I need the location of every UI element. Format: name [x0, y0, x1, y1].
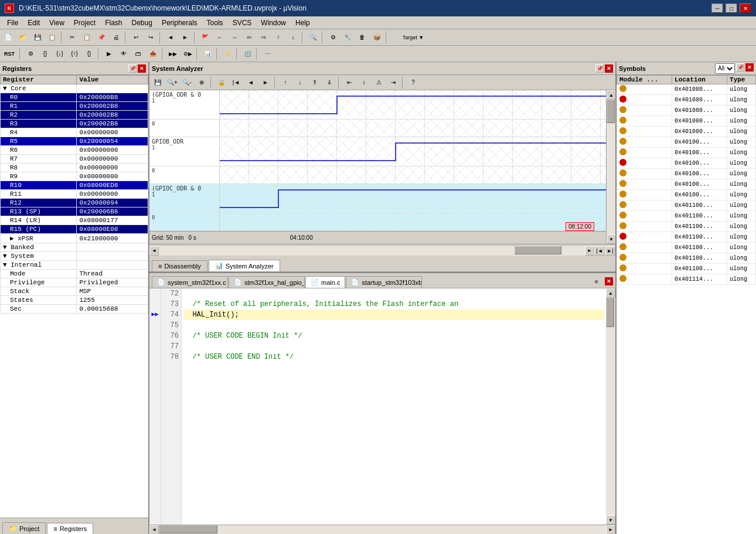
tab-registers[interactable]: ≡ Registers [47, 523, 93, 534]
tb-counter[interactable]: 🔢 [240, 47, 254, 60]
tb-find[interactable]: 🔍 [306, 31, 320, 44]
tab-startup[interactable]: 📄 startup_stm32f103xb.s ✕ [346, 276, 422, 288]
restore-button[interactable]: □ [726, 4, 737, 13]
tb-reset[interactable]: RST [1, 47, 18, 60]
tb-dbg-mem[interactable]: 🗃 [131, 47, 145, 60]
tb-dbg-out[interactable]: 📤 [146, 47, 160, 60]
nav-prev[interactable]: |◄ [594, 246, 605, 256]
symbols-filter-dropdown[interactable]: All [715, 63, 735, 74]
tb-undo[interactable]: ↩ [129, 31, 143, 44]
tb-b2[interactable]: → [227, 31, 241, 44]
tb-print[interactable]: 🖨 [109, 31, 123, 44]
minimize-button[interactable]: ─ [711, 4, 723, 13]
code-vscroll[interactable]: ▲ ▼ [606, 288, 615, 525]
tb-step-out[interactable]: {↑} [67, 47, 81, 60]
code-close-button[interactable]: ✕ [605, 277, 613, 285]
tb-b4[interactable]: ⇨ [257, 31, 271, 44]
analyzer-vscroll[interactable]: ▲ ▼ [606, 90, 615, 244]
tb-more[interactable]: ⋯ [260, 47, 274, 60]
tb-build[interactable]: ⚙ [326, 31, 340, 44]
code-text-area[interactable]: /* Reset of all peripherals, Initializes… [182, 288, 606, 525]
ana-warning[interactable]: ⚠ [372, 76, 386, 89]
code-hscroll-right[interactable]: ► [606, 525, 615, 535]
tb-b5[interactable]: ↑ [271, 31, 285, 44]
analyzer-close-button[interactable]: ✕ [605, 64, 613, 73]
ana-zoom-in[interactable]: 🔍+ [165, 76, 179, 89]
ana-prev[interactable]: ◄ [244, 76, 258, 89]
vscroll-up[interactable]: ▲ [607, 90, 615, 100]
ana-zoom-all[interactable]: ⊕ [195, 76, 209, 89]
menu-project[interactable]: Project [69, 18, 100, 28]
tb-clean[interactable]: 🗑 [355, 31, 369, 44]
menu-file[interactable]: File [2, 18, 23, 28]
tab-main-c[interactable]: 📄 main.c [305, 276, 345, 288]
code-vscroll-up[interactable]: ▲ [606, 288, 615, 298]
ana-cursor-left[interactable]: ⇤ [342, 76, 356, 89]
tb-bookmark[interactable]: 🚩 [198, 31, 212, 44]
ana-track[interactable]: ↕ [357, 76, 371, 89]
tb-step-inst[interactable]: {} [82, 47, 96, 60]
ana-zoom-out[interactable]: 🔍- [180, 76, 194, 89]
code-hscroll-thumb[interactable] [159, 525, 217, 533]
tb-dbg-view[interactable]: 👁 [117, 47, 131, 60]
tab-project[interactable]: 📁 Project [2, 522, 46, 534]
ana-lock[interactable]: 🔒 [214, 76, 229, 89]
tb-batch[interactable]: 📦 [370, 31, 384, 44]
tb-open[interactable]: 📂 [16, 31, 30, 44]
tb-run-to-cursor[interactable]: ▶ [102, 47, 116, 60]
hscroll-thumb[interactable] [515, 246, 561, 254]
tb-b6[interactable]: ↓ [286, 31, 300, 44]
nav-next[interactable]: ►| [605, 246, 615, 256]
tb-logic[interactable]: ⚡ [220, 47, 234, 60]
ana-save[interactable]: 💾 [151, 76, 165, 89]
ana-next[interactable]: ► [258, 76, 273, 89]
code-vscroll-down[interactable]: ▼ [606, 515, 615, 525]
tab-system-analyzer[interactable]: 📊 System Analyzer [209, 260, 280, 271]
tb-cut[interactable]: ✂ [65, 31, 79, 44]
vscroll-down[interactable]: ▼ [607, 234, 615, 244]
menu-peripherals[interactable]: Peripherals [157, 18, 202, 28]
tb-redo[interactable]: ↪ [144, 31, 158, 44]
menu-window[interactable]: Window [256, 18, 291, 28]
tb-nav-fwd[interactable]: ► [178, 31, 192, 44]
tb-step-over[interactable]: {} [38, 47, 52, 60]
menu-svcs[interactable]: SVCS [228, 18, 257, 28]
tb-save-all[interactable]: 📋 [45, 31, 59, 44]
menu-debug[interactable]: Debug [127, 18, 157, 28]
tb-b3[interactable]: ⇦ [242, 31, 256, 44]
tb-rebuild[interactable]: 🔧 [340, 31, 355, 44]
ana-cursor-all-down[interactable]: ⇓ [322, 76, 336, 89]
vscroll-thumb[interactable] [607, 100, 615, 123]
tb-nav-back[interactable]: ◄ [164, 31, 178, 44]
menu-help[interactable]: Help [291, 18, 315, 28]
tab-system-stm32f1xx[interactable]: 📄 system_stm32f1xx.c [152, 276, 228, 288]
code-hscroll-left[interactable]: ◄ [149, 525, 159, 535]
menu-view[interactable]: View [45, 18, 69, 28]
tb-debug-settings[interactable]: ⚙ [23, 47, 38, 60]
tb-step-in[interactable]: {↓} [53, 47, 67, 60]
analyzer-pin-button[interactable]: 📌 [595, 64, 604, 73]
menu-tools[interactable]: Tools [202, 18, 228, 28]
symbols-close-button[interactable]: ✕ [745, 63, 754, 72]
code-tab-menu[interactable]: ≡ [590, 275, 604, 288]
close-button[interactable]: ✕ [740, 4, 751, 13]
tab-hal-gpio[interactable]: 📄 stm32f1xx_hal_gpio_ex.c [229, 276, 305, 288]
tb-trace-cfg[interactable]: ⚙▶ [181, 47, 195, 60]
tb-target-dropdown[interactable]: Target ▼ [390, 31, 437, 44]
menu-flash[interactable]: Flash [100, 18, 127, 28]
ana-prev-edge[interactable]: |◄ [229, 76, 243, 89]
tb-coverage[interactable]: 📊 [200, 47, 214, 60]
ana-cursor-down[interactable]: ↓ [293, 76, 307, 89]
ana-cursor-right[interactable]: ⇥ [386, 76, 400, 89]
registers-close-button[interactable]: ✕ [138, 64, 146, 73]
registers-pin-button[interactable]: 📌 [128, 64, 137, 73]
code-vscroll-thumb[interactable] [606, 298, 614, 327]
ana-cursor-up[interactable]: ↑ [278, 76, 292, 89]
ana-cursor-all-up[interactable]: ⇑ [308, 76, 322, 89]
tb-paste[interactable]: 📌 [94, 31, 108, 44]
tb-new[interactable]: 📄 [1, 31, 15, 44]
tb-save[interactable]: 💾 [30, 31, 45, 44]
symbols-pin-button[interactable]: 📌 [736, 63, 744, 72]
menu-edit[interactable]: Edit [23, 18, 45, 28]
tab-disassembly[interactable]: ≡ Disassembly [152, 260, 207, 271]
